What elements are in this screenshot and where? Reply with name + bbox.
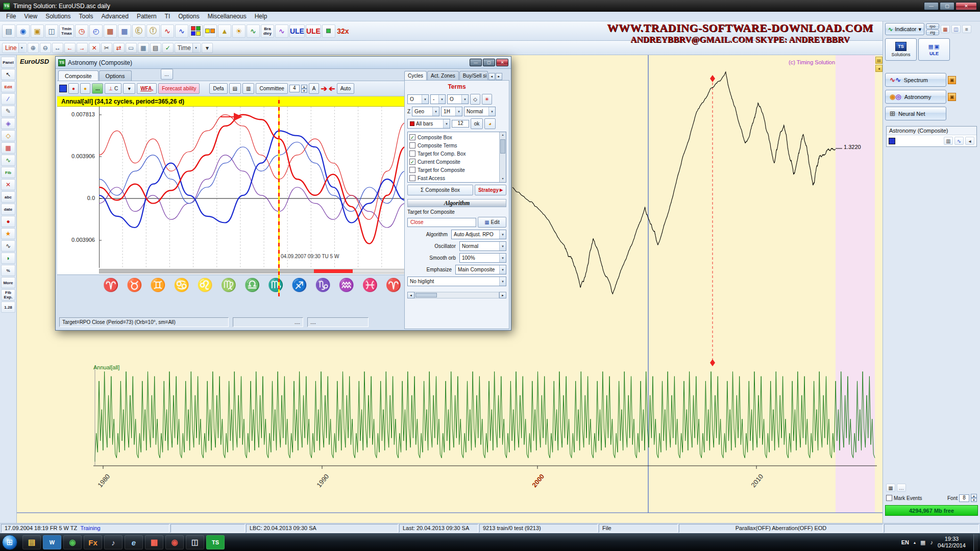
record-icon[interactable]: ● <box>1 216 15 227</box>
tray-volume-icon[interactable]: ♪ <box>930 539 933 545</box>
zig-button[interactable]: zig <box>926 30 939 35</box>
normal-combo[interactable]: Normal▾ <box>464 107 496 116</box>
special-term-button[interactable]: ✳ <box>482 94 492 105</box>
chart-folder-button[interactable]: ▤ <box>875 57 883 64</box>
menu-options[interactable]: Options <box>174 12 203 21</box>
menu-view[interactable]: View <box>20 12 41 21</box>
tab-act-zones[interactable]: Act. Zones <box>427 71 459 80</box>
cross-lattice-icon[interactable]: ✕ <box>1 179 15 190</box>
panel-menu-icon[interactable]: ≡ <box>962 25 971 33</box>
scroll-thumb[interactable] <box>500 139 505 154</box>
collapse-left-button[interactable]: ◂ <box>965 137 974 145</box>
fib-exp-button[interactable]: Fib Exp. <box>1 289 15 300</box>
astro-close-button[interactable]: ✕ <box>496 59 508 66</box>
default-button[interactable]: Defa <box>209 83 227 94</box>
h-scroll-right-icon[interactable]: ▸ <box>499 292 506 298</box>
oscillator-combo[interactable]: Normal▾ <box>459 241 506 251</box>
app-titlebar[interactable]: TS Timing Solution: EuroUSD.asc daily — … <box>0 0 980 12</box>
arrow-right-icon[interactable]: → <box>77 43 88 53</box>
pan-icon[interactable]: ↔ <box>52 43 63 53</box>
cycles-h-scrollbar[interactable]: ◂ ▸ <box>407 291 506 298</box>
bars-count-input[interactable]: 12 <box>452 120 469 128</box>
composite-terms-item[interactable]: Composite Terms <box>409 141 499 149</box>
taskbar-clock[interactable]: 19:3304/12/2014 <box>938 536 969 549</box>
current-composite-item[interactable]: ✓Current Composite <box>409 158 499 166</box>
grid-icon[interactable]: ▦ <box>138 43 149 53</box>
menu-help[interactable]: Help <box>251 12 272 21</box>
h-scroll-thumb[interactable] <box>415 293 437 297</box>
menu-advanced[interactable]: Advanced <box>97 12 133 21</box>
red-dot-icon[interactable]: ● <box>68 83 79 94</box>
wfa-button[interactable]: WFA, <box>137 83 157 94</box>
astronomy-composite-window[interactable]: TS Astronomy (Composite) — ▢ ✕ Composite… <box>55 56 511 331</box>
term-a-combo[interactable]: O▾ <box>407 94 429 104</box>
calendar-red-icon[interactable]: ▦ <box>104 24 117 38</box>
arrow-left-icon[interactable]: ← <box>64 43 76 53</box>
scroll-up-icon[interactable]: ▴ <box>500 132 506 138</box>
panel-button[interactable]: Panel <box>1 57 15 68</box>
t-circle-icon[interactable]: Ⓣ <box>146 24 160 38</box>
edit-button[interactable]: Edit <box>1 81 15 92</box>
composite-terms-checkbox[interactable] <box>409 142 415 148</box>
highlight-icon[interactable] <box>204 24 217 38</box>
composite-list-item[interactable]: ▥ ∿ ◂ <box>887 135 976 146</box>
palette-dots-button[interactable]: ... <box>92 83 103 94</box>
tab-buy-sell[interactable]: Buy/Sell si <box>459 71 488 80</box>
maximize-button[interactable]: ▢ <box>940 2 954 10</box>
wave-blue-icon[interactable]: ∿ <box>175 24 188 38</box>
menu-solutions[interactable]: Solutions <box>41 12 75 21</box>
texture-button[interactable]: ▦ <box>886 484 895 492</box>
strategy-button[interactable]: Strategy▶ <box>475 185 506 195</box>
emphasize-combo[interactable]: Main Composite▾ <box>455 265 506 274</box>
tab-options[interactable]: Options <box>99 70 132 81</box>
current-composite-checkbox[interactable]: ✓ <box>409 159 415 165</box>
calendar-blue-icon[interactable]: ▦ <box>118 24 131 38</box>
scroll-down-icon[interactable]: ▾ <box>500 176 506 182</box>
print-icon[interactable]: ▤ <box>229 83 241 94</box>
burst-icon[interactable]: ★ <box>1 228 15 239</box>
time-combo[interactable]: Time▾ <box>175 43 201 53</box>
tab-composite[interactable]: Composite <box>58 70 99 81</box>
pointer-icon[interactable]: ↖ <box>1 69 15 80</box>
taskbar-green-app-button[interactable]: ◉ <box>63 535 82 549</box>
diamond-grid-icon[interactable]: ◇ <box>1 130 15 141</box>
composite-box-item[interactable]: ✓Composite Box <box>409 133 499 141</box>
sun-icon[interactable]: ☀ <box>232 24 246 38</box>
taskbar-ie-button[interactable]: e <box>125 535 143 549</box>
menu-ti[interactable]: TI <box>161 12 175 21</box>
term-b-combo[interactable]: O▾ <box>447 94 469 104</box>
forecast-ability-button[interactable]: Forecast ability <box>158 83 200 94</box>
target-for-composite-item[interactable]: Target for Composite <box>409 166 499 174</box>
composite-chart-canvas[interactable] <box>99 107 405 268</box>
taskbar-timing-solution-button[interactable]: TS <box>206 535 225 549</box>
show-desktop-button[interactable] <box>973 534 978 551</box>
taskbar-wordweb-button[interactable]: W <box>43 535 61 549</box>
wave-red-icon[interactable]: ∿ <box>161 24 174 38</box>
tabs-scroll-right-button[interactable]: ▸ <box>496 73 502 80</box>
astronomy-settings-button[interactable]: ▣ <box>948 93 956 101</box>
ratio-button[interactable]: 1.28 <box>1 302 15 313</box>
taskbar-chart-app-button[interactable]: ◫ <box>186 535 204 549</box>
step-back-icon[interactable]: ➔ <box>329 84 335 93</box>
target-for-composite-checkbox[interactable] <box>409 167 415 173</box>
h-scroll-track[interactable] <box>414 292 499 298</box>
add-term-button[interactable]: ◇ <box>470 94 480 105</box>
composite-color-swatch[interactable] <box>59 85 67 92</box>
line-style-combo[interactable]: ▾ <box>123 83 135 94</box>
zigzag-icon[interactable]: ∿ <box>1 240 15 252</box>
spectrum-settings-button[interactable]: ▣ <box>948 76 956 84</box>
color-grid-icon[interactable] <box>189 24 203 38</box>
dots-button[interactable]: … <box>897 484 906 492</box>
target-for-comp-box-checkbox[interactable] <box>409 151 415 157</box>
solutions-button[interactable]: TS Solutions <box>885 38 917 61</box>
font-size-up-button[interactable]: ▴ <box>971 494 977 498</box>
ule-blue-button[interactable]: ULE <box>289 24 305 38</box>
curve-edit-icon[interactable]: ∿ <box>954 137 964 145</box>
committee-button[interactable]: Committee <box>256 83 287 94</box>
box-icon[interactable]: ▭ <box>126 43 137 53</box>
wave-green-icon[interactable]: ∿ <box>247 24 260 38</box>
save-icon[interactable]: ▣ <box>31 24 44 38</box>
report-icon[interactable]: ▥ <box>242 83 254 94</box>
line-tool-icon[interactable]: ∕ <box>1 93 15 105</box>
e-circle-icon[interactable]: Ⓔ <box>132 24 145 38</box>
